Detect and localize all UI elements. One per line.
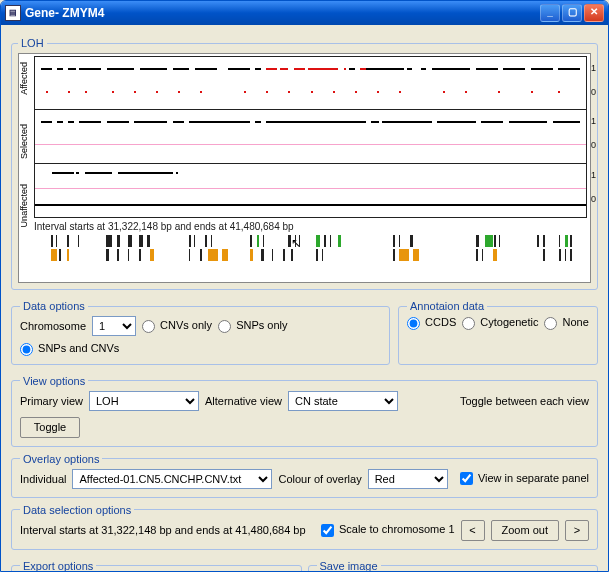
scroll-right-button[interactable]: > <box>565 520 589 541</box>
radio-snps-only[interactable]: SNPs only <box>218 319 287 333</box>
axis-tick: 0 <box>591 140 596 150</box>
app-icon: ▤ <box>5 5 21 21</box>
legend-selection: Data selection options <box>20 504 134 516</box>
overlay-options: Overlay options Individual Affected-01.C… <box>11 453 598 498</box>
annotation-track-2 <box>34 248 587 262</box>
track-group-affected: 1 0 <box>34 56 587 110</box>
track-group-selected: 1 0 <box>34 110 587 164</box>
radio-cytogenetic[interactable]: Cytogenetic <box>462 316 538 330</box>
legend-save: Save image <box>317 560 381 572</box>
axis-tick: 1 <box>591 63 596 73</box>
primary-view-label: Primary view <box>20 395 83 407</box>
save-image-panel: Save image Save <box>308 560 599 572</box>
chart-area[interactable]: Affected Selected Unaffected 1 0 <box>18 53 591 283</box>
maximize-button[interactable]: ▢ <box>562 4 582 22</box>
data-selection-options: Data selection options Interval starts a… <box>11 504 598 550</box>
chromosome-label: Chromosome <box>20 320 86 332</box>
legend-export: Export options <box>20 560 96 572</box>
titlebar: ▤ Gene- ZMYM4 _ ▢ ✕ <box>1 1 608 25</box>
axis-tick: 1 <box>591 170 596 180</box>
primary-view-select[interactable]: LOH <box>89 391 199 411</box>
scroll-left-button[interactable]: < <box>461 520 485 541</box>
view-separate-checkbox[interactable]: View in separate panel <box>460 472 589 486</box>
group-label-affected: Affected <box>19 62 29 95</box>
alt-view-label: Alternative view <box>205 395 282 407</box>
radio-cnvs-only[interactable]: CNVs only <box>142 319 212 333</box>
chart-panel: LOH Affected Selected Unaffected 1 0 <box>11 37 598 290</box>
individual-select[interactable]: Affected-01.CN5.CNCHP.CNV.txt <box>72 469 272 489</box>
colour-select[interactable]: Red <box>368 469 448 489</box>
legend-overlay: Overlay options <box>20 453 102 465</box>
radio-none[interactable]: None <box>544 316 588 330</box>
radio-ccds[interactable]: CCDS <box>407 316 456 330</box>
colour-label: Colour of overlay <box>278 473 361 485</box>
chromosome-select[interactable]: 1 <box>92 316 136 336</box>
axis-tick: 0 <box>591 87 596 97</box>
data-options: Data options Chromosome 1 CNVs only SNPs… <box>11 300 390 365</box>
close-window-button[interactable]: ✕ <box>584 4 604 22</box>
chart-legend: LOH <box>18 37 47 49</box>
radio-snps-and-cnvs[interactable]: SNPs and CNVs <box>20 342 119 356</box>
scale-checkbox[interactable]: Scale to chromosome 1 <box>321 523 455 537</box>
interval-text: Interval starts at 31,322,148 bp and end… <box>20 218 587 234</box>
annotation-track-1: ↖ <box>34 234 587 248</box>
legend-data-options: Data options <box>20 300 88 312</box>
axis-tick: 1 <box>591 116 596 126</box>
alt-view-select[interactable]: CN state <box>288 391 398 411</box>
toggle-button[interactable]: Toggle <box>20 417 80 438</box>
minimize-button[interactable]: _ <box>540 4 560 22</box>
legend-annotation: Annotaion data <box>407 300 487 312</box>
legend-view: View options <box>20 375 88 387</box>
window-title: Gene- ZMYM4 <box>25 6 540 20</box>
track-group-unaffected: 1 0 <box>34 164 587 218</box>
individual-label: Individual <box>20 473 66 485</box>
group-label-selected: Selected <box>19 124 29 159</box>
zoom-out-button[interactable]: Zoom out <box>491 520 559 541</box>
export-options: Export options Export: CN state Log(2) r… <box>11 560 302 572</box>
view-options: View options Primary view LOH Alternativ… <box>11 375 598 447</box>
annotation-data: Annotaion data CCDS Cytogenetic None <box>398 300 598 365</box>
axis-tick: 0 <box>591 194 596 204</box>
toggle-text: Toggle between each view <box>460 395 589 407</box>
selection-interval-text: Interval starts at 31,322,148 bp and end… <box>20 524 306 536</box>
